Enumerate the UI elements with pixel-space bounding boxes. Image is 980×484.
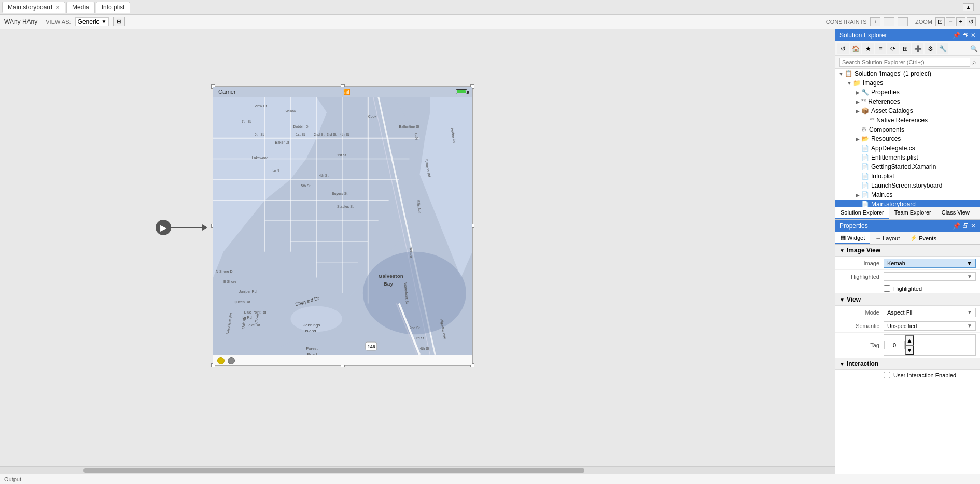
tree-item-native-references[interactable]: ** Native References bbox=[835, 116, 980, 125]
se-add-btn[interactable]: ➕ bbox=[912, 43, 923, 54]
props-pin-btn[interactable]: 📌 bbox=[953, 222, 960, 230]
tree-item-main-cs[interactable]: ▶ 📄 Main.cs bbox=[835, 190, 980, 200]
props-tab-widget[interactable]: ▦ Widget bbox=[835, 232, 870, 244]
getting-started-label: GettingStarted.Xamarin bbox=[871, 163, 936, 170]
tab-media[interactable]: Media bbox=[66, 2, 95, 13]
main-storyboard-label: Main.storyboard bbox=[871, 201, 916, 207]
tag-label: Tag bbox=[839, 342, 884, 348]
se-header-buttons: 📌 🗗 ✕ bbox=[953, 32, 976, 39]
remove-constraint-btn[interactable]: − bbox=[884, 17, 894, 26]
storyboard-canvas[interactable]: ▶ bbox=[0, 29, 835, 463]
semantic-dropdown[interactable]: Unspecified ▼ bbox=[884, 321, 976, 331]
zoom-out-btn[interactable]: − bbox=[946, 17, 955, 26]
interaction-section-header[interactable]: ▼ Interaction bbox=[835, 358, 980, 370]
pin-btn[interactable]: 📌 bbox=[953, 32, 960, 39]
tag-increment-btn[interactable]: ▲ bbox=[905, 335, 914, 345]
svg-text:2nd St: 2nd St bbox=[314, 133, 324, 136]
references-label: References bbox=[868, 98, 900, 105]
props-tab-events[interactable]: ⚡ Events bbox=[905, 232, 942, 244]
native-ref-icon: ** bbox=[870, 117, 874, 124]
se-tab-solution-explorer[interactable]: Solution Explorer bbox=[835, 207, 889, 219]
zoom-in-btn[interactable]: + bbox=[956, 17, 965, 26]
generic-dropdown[interactable]: Generic ▼ bbox=[75, 17, 109, 26]
tree-item-info-plist[interactable]: 📄 Info.plist bbox=[835, 172, 980, 181]
se-new-btn[interactable]: ⊞ bbox=[900, 43, 911, 54]
restore-btn[interactable]: 🗗 bbox=[962, 32, 969, 39]
horizontal-scrollbar[interactable] bbox=[0, 466, 835, 474]
se-tab-team-explorer[interactable]: Team Explorer bbox=[889, 207, 936, 219]
svg-text:Forest: Forest bbox=[306, 346, 318, 351]
highlighted-checkbox[interactable] bbox=[884, 285, 890, 292]
storyboard-view-btn[interactable]: ⊞ bbox=[113, 17, 125, 26]
se-gear-btn[interactable]: 🔧 bbox=[937, 43, 948, 54]
mode-dropdown[interactable]: Aspect Fill ▼ bbox=[884, 308, 976, 317]
se-properties-btn[interactable]: 🏠 bbox=[850, 43, 861, 54]
se-tab-class-view[interactable]: Class View bbox=[936, 207, 975, 219]
user-interaction-checkbox[interactable] bbox=[884, 372, 890, 378]
tab-main-storyboard[interactable]: Main.storyboard ✕ bbox=[2, 2, 65, 13]
expand-icon[interactable]: ▶ bbox=[854, 90, 861, 95]
tree-item-resources[interactable]: ▶ 📂 Resources bbox=[835, 134, 980, 144]
tree-item-asset-catalogs[interactable]: ▶ 📦 Asset Catalogs bbox=[835, 106, 980, 116]
panel-collapse-btn[interactable]: ▲ bbox=[963, 3, 974, 11]
tab-info-plist[interactable]: Info.plist bbox=[96, 2, 131, 13]
image-view-section-header[interactable]: ▼ Image View bbox=[835, 245, 980, 257]
se-search-toggle[interactable]: 🔍 bbox=[970, 45, 978, 52]
highlighted-dropdown[interactable]: ▼ bbox=[884, 272, 976, 281]
resources-icon: 📂 bbox=[861, 135, 869, 143]
se-settings-btn[interactable]: ⚙ bbox=[925, 43, 936, 54]
tree-item-components[interactable]: ⚙ Components bbox=[835, 125, 980, 134]
svg-text:2nd St: 2nd St bbox=[409, 326, 419, 330]
se-filter-btn[interactable]: ≡ bbox=[875, 43, 886, 54]
expand-icon[interactable]: ▶ bbox=[854, 136, 861, 142]
jennings-island-label: Jennings bbox=[303, 323, 320, 328]
zoom-fit-btn[interactable]: ⊡ bbox=[935, 17, 945, 26]
expand-icon[interactable]: ▼ bbox=[837, 71, 845, 77]
se-refresh-btn[interactable]: ↺ bbox=[837, 43, 849, 54]
tree-item-properties[interactable]: ▶ 🔧 Properties bbox=[835, 88, 980, 97]
dropdown-arrow: ▼ bbox=[967, 309, 972, 315]
se-search-bar: ⌕ bbox=[835, 56, 980, 69]
svg-text:View Dr: View Dr bbox=[255, 104, 268, 108]
zoom-reset-btn[interactable]: ↺ bbox=[967, 17, 976, 26]
props-close-btn[interactable]: ✕ bbox=[971, 222, 976, 230]
section-arrow: ▼ bbox=[839, 361, 845, 367]
view-controller-frame[interactable]: Carrier 📶 bbox=[213, 86, 473, 366]
tree-item-main-storyboard[interactable]: 📄 Main.storyboard bbox=[835, 200, 980, 207]
asset-catalogs-icon: 📦 bbox=[861, 107, 869, 115]
tab-bar: Main.storyboard ✕ Media Info.plist ▲ bbox=[0, 0, 980, 15]
se-sync-btn[interactable]: ⟳ bbox=[887, 43, 899, 54]
tree-item-appdelegate[interactable]: 📄 AppDelegate.cs bbox=[835, 144, 980, 153]
se-search-icon[interactable]: ⌕ bbox=[972, 59, 976, 66]
props-tab-layout[interactable]: → Layout bbox=[870, 232, 905, 244]
tree-item-references[interactable]: ▶ ** References bbox=[835, 97, 980, 106]
svg-text:Ballentine St: Ballentine St bbox=[399, 125, 419, 129]
tree-item-launch-screen[interactable]: 📄 LaunchScreen.storyboard bbox=[835, 181, 980, 190]
scrollbar-thumb[interactable] bbox=[83, 468, 584, 473]
close-btn[interactable]: ✕ bbox=[971, 32, 976, 39]
se-search-input[interactable] bbox=[839, 58, 970, 67]
components-label: Components bbox=[869, 126, 904, 133]
view-section-header[interactable]: ▼ View bbox=[835, 294, 980, 306]
tree-item-entitlements[interactable]: 📄 Entitlements.plist bbox=[835, 153, 980, 162]
expand-icon[interactable]: ▶ bbox=[854, 192, 861, 198]
props-restore-btn[interactable]: 🗗 bbox=[962, 222, 969, 230]
tree-item-getting-started[interactable]: 📄 GettingStarted.Xamarin bbox=[835, 162, 980, 172]
se-home-btn[interactable]: ★ bbox=[862, 43, 874, 54]
expand-icon[interactable]: ▶ bbox=[854, 99, 861, 105]
tree-item-solution[interactable]: ▼ 📋 Solution 'Images' (1 project) bbox=[835, 69, 980, 78]
phone-screen: Carrier 📶 bbox=[213, 87, 472, 355]
svg-text:E Shore: E Shore bbox=[223, 280, 236, 283]
constraint-settings-btn[interactable]: ≡ bbox=[898, 17, 908, 26]
expand-icon[interactable]: ▶ bbox=[854, 108, 861, 114]
tab-close-btn[interactable]: ✕ bbox=[55, 5, 60, 10]
add-constraint-btn[interactable]: + bbox=[870, 17, 880, 26]
tree-item-images[interactable]: ▼ 📁 Images bbox=[835, 78, 980, 88]
image-dropdown[interactable]: Kemah ▼ bbox=[884, 259, 976, 268]
expand-icon[interactable]: ▼ bbox=[846, 80, 853, 86]
tag-decrement-btn[interactable]: ▼ bbox=[905, 345, 914, 355]
cs-icon: 📄 bbox=[861, 145, 869, 152]
image-label: Image bbox=[839, 260, 884, 266]
se-tree: ▼ 📋 Solution 'Images' (1 project) ▼ 📁 Im… bbox=[835, 69, 980, 207]
svg-text:3rd St: 3rd St bbox=[327, 133, 337, 136]
